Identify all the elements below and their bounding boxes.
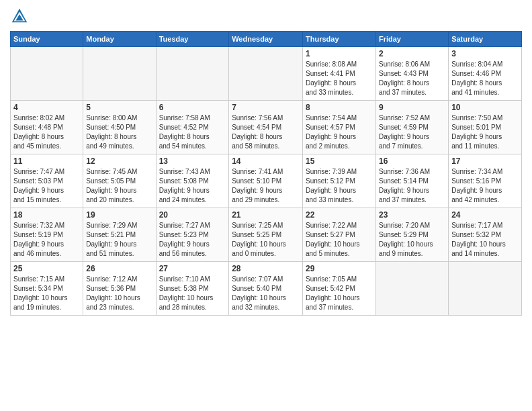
day-info: Sunrise: 8:00 AM Sunset: 4:50 PM Dayligh…	[86, 113, 152, 151]
day-info: Sunrise: 7:10 AM Sunset: 5:38 PM Dayligh…	[159, 275, 226, 312]
day-number: 23	[379, 210, 445, 220]
day-number: 9	[379, 103, 445, 112]
day-number: 18	[13, 210, 80, 220]
day-number: 8	[306, 103, 373, 112]
calendar-cell: 23Sunrise: 7:20 AM Sunset: 5:29 PM Dayli…	[375, 208, 448, 262]
day-number: 15	[306, 156, 373, 166]
day-info: Sunrise: 7:05 AM Sunset: 5:42 PM Dayligh…	[306, 275, 373, 312]
day-info: Sunrise: 7:22 AM Sunset: 5:27 PM Dayligh…	[306, 221, 373, 259]
logo-icon	[10, 7, 29, 26]
day-info: Sunrise: 7:47 AM Sunset: 5:03 PM Dayligh…	[13, 167, 80, 205]
day-number: 29	[306, 264, 373, 273]
calendar-cell: 5Sunrise: 8:00 AM Sunset: 4:50 PM Daylig…	[83, 101, 156, 154]
calendar-cell: 24Sunrise: 7:17 AM Sunset: 5:32 PM Dayli…	[449, 208, 522, 262]
calendar-week-row: 18Sunrise: 7:32 AM Sunset: 5:19 PM Dayli…	[11, 208, 522, 262]
day-number: 26	[86, 264, 152, 273]
day-number: 16	[379, 156, 445, 166]
calendar-cell: 4Sunrise: 8:02 AM Sunset: 4:48 PM Daylig…	[11, 101, 83, 154]
day-info: Sunrise: 7:25 AM Sunset: 5:25 PM Dayligh…	[232, 221, 300, 259]
day-info: Sunrise: 7:27 AM Sunset: 5:23 PM Dayligh…	[159, 221, 226, 259]
calendar-cell	[229, 47, 303, 101]
calendar-cell: 3Sunrise: 8:04 AM Sunset: 4:46 PM Daylig…	[449, 47, 522, 101]
calendar-cell: 17Sunrise: 7:34 AM Sunset: 5:16 PM Dayli…	[449, 154, 522, 208]
day-number: 2	[379, 49, 445, 58]
weekday-header: Tuesday	[156, 32, 229, 47]
calendar-cell: 6Sunrise: 7:58 AM Sunset: 4:52 PM Daylig…	[156, 101, 229, 154]
day-number: 17	[451, 156, 519, 166]
header	[10, 7, 522, 26]
calendar-cell: 26Sunrise: 7:12 AM Sunset: 5:36 PM Dayli…	[83, 262, 156, 316]
day-info: Sunrise: 8:06 AM Sunset: 4:43 PM Dayligh…	[379, 60, 445, 97]
calendar: SundayMondayTuesdayWednesdayThursdayFrid…	[10, 31, 522, 316]
calendar-cell	[83, 47, 156, 101]
calendar-cell: 8Sunrise: 7:54 AM Sunset: 4:57 PM Daylig…	[303, 101, 376, 154]
day-info: Sunrise: 7:56 AM Sunset: 4:54 PM Dayligh…	[232, 113, 300, 151]
day-number: 12	[86, 156, 152, 166]
calendar-cell: 2Sunrise: 8:06 AM Sunset: 4:43 PM Daylig…	[375, 47, 448, 101]
calendar-cell: 1Sunrise: 8:08 AM Sunset: 4:41 PM Daylig…	[303, 47, 376, 101]
calendar-cell	[11, 47, 83, 101]
calendar-week-row: 25Sunrise: 7:15 AM Sunset: 5:34 PM Dayli…	[11, 262, 522, 316]
weekday-header: Friday	[375, 32, 448, 47]
day-info: Sunrise: 7:07 AM Sunset: 5:40 PM Dayligh…	[232, 275, 300, 312]
calendar-cell: 29Sunrise: 7:05 AM Sunset: 5:42 PM Dayli…	[303, 262, 376, 316]
calendar-cell: 7Sunrise: 7:56 AM Sunset: 4:54 PM Daylig…	[229, 101, 303, 154]
day-number: 14	[232, 156, 300, 166]
day-info: Sunrise: 7:58 AM Sunset: 4:52 PM Dayligh…	[159, 113, 226, 151]
day-number: 1	[306, 49, 373, 58]
day-info: Sunrise: 7:52 AM Sunset: 4:59 PM Dayligh…	[379, 113, 445, 151]
day-info: Sunrise: 7:45 AM Sunset: 5:05 PM Dayligh…	[86, 167, 152, 205]
day-number: 7	[232, 103, 300, 112]
day-info: Sunrise: 7:54 AM Sunset: 4:57 PM Dayligh…	[306, 113, 373, 151]
calendar-header-row: SundayMondayTuesdayWednesdayThursdayFrid…	[11, 32, 522, 47]
day-info: Sunrise: 8:08 AM Sunset: 4:41 PM Dayligh…	[306, 60, 373, 97]
weekday-header: Thursday	[303, 32, 376, 47]
calendar-cell: 20Sunrise: 7:27 AM Sunset: 5:23 PM Dayli…	[156, 208, 229, 262]
day-info: Sunrise: 7:43 AM Sunset: 5:08 PM Dayligh…	[159, 167, 226, 205]
calendar-cell: 16Sunrise: 7:36 AM Sunset: 5:14 PM Dayli…	[375, 154, 448, 208]
day-info: Sunrise: 7:20 AM Sunset: 5:29 PM Dayligh…	[379, 221, 445, 259]
day-info: Sunrise: 8:04 AM Sunset: 4:46 PM Dayligh…	[451, 60, 519, 97]
calendar-cell: 18Sunrise: 7:32 AM Sunset: 5:19 PM Dayli…	[11, 208, 83, 262]
day-info: Sunrise: 7:41 AM Sunset: 5:10 PM Dayligh…	[232, 167, 300, 205]
day-number: 25	[13, 264, 80, 273]
day-number: 10	[451, 103, 519, 112]
day-number: 27	[159, 264, 226, 273]
day-info: Sunrise: 7:32 AM Sunset: 5:19 PM Dayligh…	[13, 221, 80, 259]
calendar-cell: 19Sunrise: 7:29 AM Sunset: 5:21 PM Dayli…	[83, 208, 156, 262]
calendar-cell	[156, 47, 229, 101]
calendar-week-row: 11Sunrise: 7:47 AM Sunset: 5:03 PM Dayli…	[11, 154, 522, 208]
calendar-cell: 12Sunrise: 7:45 AM Sunset: 5:05 PM Dayli…	[83, 154, 156, 208]
day-number: 5	[86, 103, 152, 112]
calendar-cell: 28Sunrise: 7:07 AM Sunset: 5:40 PM Dayli…	[229, 262, 303, 316]
weekday-header: Wednesday	[229, 32, 303, 47]
logo	[10, 7, 32, 26]
day-number: 6	[159, 103, 226, 112]
day-info: Sunrise: 7:39 AM Sunset: 5:12 PM Dayligh…	[306, 167, 373, 205]
day-number: 4	[13, 103, 80, 112]
calendar-cell: 14Sunrise: 7:41 AM Sunset: 5:10 PM Dayli…	[229, 154, 303, 208]
calendar-cell: 11Sunrise: 7:47 AM Sunset: 5:03 PM Dayli…	[11, 154, 83, 208]
weekday-header: Sunday	[11, 32, 83, 47]
day-info: Sunrise: 7:17 AM Sunset: 5:32 PM Dayligh…	[451, 221, 519, 259]
day-info: Sunrise: 7:12 AM Sunset: 5:36 PM Dayligh…	[86, 275, 152, 312]
day-info: Sunrise: 7:34 AM Sunset: 5:16 PM Dayligh…	[451, 167, 519, 205]
calendar-cell: 27Sunrise: 7:10 AM Sunset: 5:38 PM Dayli…	[156, 262, 229, 316]
day-number: 24	[451, 210, 519, 220]
day-info: Sunrise: 7:50 AM Sunset: 5:01 PM Dayligh…	[451, 113, 519, 151]
day-number: 28	[232, 264, 300, 273]
day-info: Sunrise: 7:29 AM Sunset: 5:21 PM Dayligh…	[86, 221, 152, 259]
day-info: Sunrise: 7:36 AM Sunset: 5:14 PM Dayligh…	[379, 167, 445, 205]
day-info: Sunrise: 8:02 AM Sunset: 4:48 PM Dayligh…	[13, 113, 80, 151]
calendar-cell	[449, 262, 522, 316]
calendar-cell: 21Sunrise: 7:25 AM Sunset: 5:25 PM Dayli…	[229, 208, 303, 262]
calendar-cell	[375, 262, 448, 316]
day-number: 22	[306, 210, 373, 220]
calendar-cell: 22Sunrise: 7:22 AM Sunset: 5:27 PM Dayli…	[303, 208, 376, 262]
calendar-cell: 15Sunrise: 7:39 AM Sunset: 5:12 PM Dayli…	[303, 154, 376, 208]
day-number: 21	[232, 210, 300, 220]
day-number: 11	[13, 156, 80, 166]
calendar-cell: 25Sunrise: 7:15 AM Sunset: 5:34 PM Dayli…	[11, 262, 83, 316]
weekday-header: Monday	[83, 32, 156, 47]
weekday-header: Saturday	[449, 32, 522, 47]
